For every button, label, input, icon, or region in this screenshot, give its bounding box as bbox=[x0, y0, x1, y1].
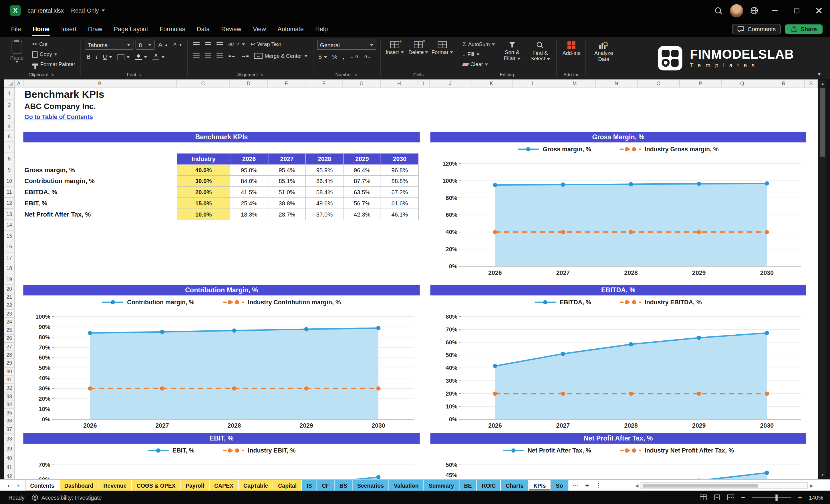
sheet-tab-roic[interactable]: ROIC bbox=[477, 480, 501, 491]
row-header-11[interactable]: 11 bbox=[4, 186, 15, 197]
row-header-15[interactable]: 15 bbox=[4, 230, 15, 242]
network-button[interactable] bbox=[745, 0, 763, 21]
percent-style-button[interactable]: % bbox=[331, 52, 339, 61]
horizontal-scroll-thumb[interactable] bbox=[643, 484, 758, 487]
fill-button[interactable]: ↓Fill bbox=[461, 50, 497, 59]
column-header-M[interactable]: M bbox=[554, 80, 596, 88]
row-header-12[interactable]: 12 bbox=[4, 197, 15, 209]
chart-ebit[interactable]: EBIT, %EBIT, %Industry EBIT, %0%10%20%30… bbox=[23, 433, 420, 479]
align-middle-button[interactable] bbox=[203, 40, 213, 49]
maximize-button[interactable] bbox=[786, 0, 808, 21]
horizontal-scrollbar[interactable]: ◀ ▶ bbox=[635, 482, 818, 489]
column-header-H[interactable]: H bbox=[381, 80, 418, 88]
zoom-slider-thumb[interactable] bbox=[775, 494, 777, 501]
decrease-indent-button[interactable]: ≡← bbox=[227, 52, 238, 60]
column-header-G[interactable]: G bbox=[343, 80, 380, 88]
row-header-37[interactable]: 37 bbox=[4, 425, 15, 433]
zoom-level[interactable]: 140% bbox=[809, 494, 823, 501]
row-header-24[interactable]: 24 bbox=[4, 318, 15, 326]
sheet-tab-cf[interactable]: CF bbox=[317, 480, 334, 491]
underline-button[interactable]: U bbox=[101, 52, 114, 61]
toc-link[interactable]: Go to Table of Contents bbox=[24, 114, 93, 120]
chart-ebitda[interactable]: EBITDA, %EBITDA, %Industry EBITDA, %0%10… bbox=[430, 285, 806, 432]
menu-data[interactable]: Data bbox=[191, 21, 215, 37]
borders-button[interactable] bbox=[116, 52, 132, 61]
search-button[interactable] bbox=[709, 0, 727, 21]
row-header-4[interactable]: 4 bbox=[4, 122, 15, 131]
menu-insert[interactable]: Insert bbox=[55, 21, 82, 37]
align-bottom-button[interactable] bbox=[215, 40, 225, 49]
row-header-29[interactable]: 29 bbox=[4, 359, 15, 367]
column-header-O[interactable]: O bbox=[638, 80, 679, 88]
column-header-K[interactable]: K bbox=[471, 80, 512, 88]
cut-button[interactable]: ✂Cut bbox=[31, 40, 77, 49]
close-button[interactable] bbox=[808, 0, 830, 21]
minimize-button[interactable] bbox=[763, 0, 786, 21]
orientation-button[interactable]: ab↗ bbox=[227, 40, 247, 49]
column-header-Q[interactable]: Q bbox=[722, 80, 763, 88]
row-header-22[interactable]: 22 bbox=[4, 301, 15, 310]
menu-view[interactable]: View bbox=[247, 21, 272, 37]
column-header-B[interactable]: B bbox=[23, 80, 177, 88]
row-header-33[interactable]: 33 bbox=[4, 392, 15, 401]
row-header-6[interactable]: 6 bbox=[4, 131, 15, 142]
page-layout-view-button[interactable] bbox=[713, 495, 721, 500]
row-header-13[interactable]: 13 bbox=[4, 209, 15, 220]
comma-style-button[interactable]: , bbox=[341, 52, 346, 61]
menu-review[interactable]: Review bbox=[215, 21, 247, 37]
zoom-slider[interactable] bbox=[752, 497, 791, 498]
row-header-35[interactable]: 35 bbox=[4, 409, 15, 417]
row-header-34[interactable]: 34 bbox=[4, 401, 15, 409]
number-dialog-launcher-icon[interactable]: ↘ bbox=[354, 72, 357, 77]
vertical-scrollbar[interactable]: ▲ ▼ bbox=[819, 80, 826, 478]
find-select-button[interactable]: Find & Select bbox=[528, 40, 553, 71]
format-cells-button[interactable]: Format bbox=[432, 40, 453, 71]
menu-draw[interactable]: Draw bbox=[82, 21, 108, 37]
row-header-9[interactable]: 9 bbox=[4, 164, 15, 175]
sheet-tab-revenue[interactable]: Revenue bbox=[99, 480, 132, 491]
scroll-right-icon[interactable]: ▶ bbox=[810, 483, 813, 488]
sheet-tab-captable[interactable]: CapTable bbox=[238, 480, 273, 491]
menu-help[interactable]: Help bbox=[310, 21, 333, 37]
select-all-corner[interactable] bbox=[4, 80, 15, 88]
title-chevron-down-icon[interactable] bbox=[101, 9, 105, 11]
increase-font-button[interactable]: A▲ bbox=[157, 40, 169, 49]
account-button[interactable] bbox=[727, 0, 745, 21]
zoom-in-button[interactable]: + bbox=[798, 494, 802, 501]
row-header-20[interactable]: 20 bbox=[4, 285, 15, 293]
tab-splitter-handle[interactable]: ⋮ bbox=[595, 481, 602, 489]
decrease-font-button[interactable]: A▼ bbox=[171, 40, 184, 49]
align-left-button[interactable] bbox=[192, 52, 201, 60]
new-sheet-button[interactable]: + bbox=[585, 481, 589, 489]
column-header-J[interactable]: J bbox=[430, 80, 471, 88]
accounting-format-button[interactable]: $ bbox=[317, 52, 329, 61]
next-sheet-button[interactable]: › bbox=[17, 481, 19, 489]
normal-view-button[interactable] bbox=[700, 495, 707, 500]
merge-center-button[interactable]: ↔Merge & Center bbox=[253, 52, 309, 60]
row-header-10[interactable]: 10 bbox=[4, 175, 15, 187]
row-header-38[interactable]: 38 bbox=[4, 433, 15, 444]
sheet-tab-kpis[interactable]: KPIs bbox=[529, 480, 551, 491]
menu-page-layout[interactable]: Page Layout bbox=[108, 21, 154, 37]
column-header-R[interactable]: R bbox=[763, 80, 804, 88]
row-header-14[interactable]: 14 bbox=[4, 220, 15, 230]
column-header-C[interactable]: C bbox=[177, 80, 230, 88]
comments-button[interactable]: Comments bbox=[732, 24, 781, 34]
analyze-data-button[interactable]: Analyze Data bbox=[590, 40, 617, 71]
column-header-E[interactable]: E bbox=[268, 80, 305, 88]
column-header-P[interactable]: P bbox=[679, 80, 721, 88]
row-header-16[interactable]: 16 bbox=[4, 242, 15, 252]
chart-contribution-margin[interactable]: Contribution Margin, %Contribution margi… bbox=[23, 285, 420, 432]
sheet-tab-dashboard[interactable]: Dashboard bbox=[60, 480, 99, 491]
chart-gross-margin[interactable]: Gross Margin, %Gross margin, %Industry G… bbox=[430, 132, 806, 279]
column-header-N[interactable]: N bbox=[596, 80, 638, 88]
column-header-I[interactable]: I bbox=[418, 80, 430, 88]
column-header-L[interactable]: L bbox=[513, 80, 554, 88]
row-header-8[interactable]: 8 bbox=[4, 153, 15, 164]
row-header-17[interactable]: 17 bbox=[4, 252, 15, 263]
row-header-30[interactable]: 30 bbox=[4, 367, 15, 376]
row-header-18[interactable]: 18 bbox=[4, 263, 15, 274]
delete-cells-button[interactable]: × Delete bbox=[408, 40, 429, 71]
align-right-button[interactable] bbox=[215, 52, 225, 60]
align-center-button[interactable] bbox=[203, 52, 213, 60]
